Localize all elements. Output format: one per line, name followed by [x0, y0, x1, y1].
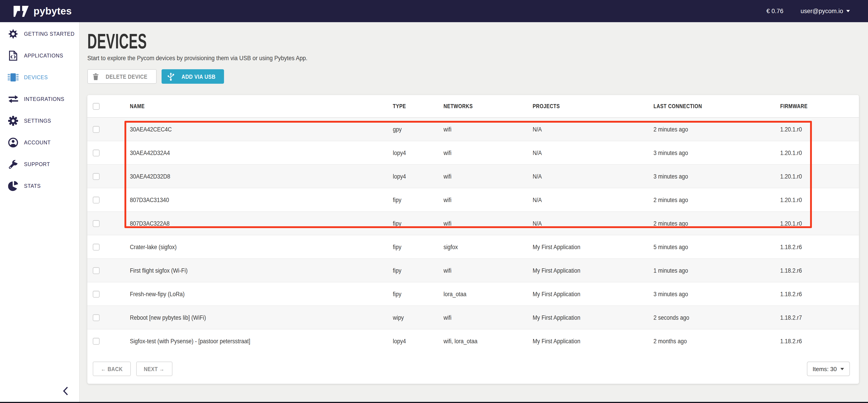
table-header-row: NAME TYPE NETWORKS PROJECTS LAST CONNECT…: [87, 95, 859, 118]
row-checkbox[interactable]: [93, 290, 99, 297]
row-checkbox[interactable]: [93, 244, 99, 250]
sidebar-item-settings[interactable]: SETTINGS: [0, 110, 79, 132]
delete-device-button[interactable]: DELETE DEVICE: [87, 69, 157, 84]
sidebar-item-label: ACCOUNT: [24, 140, 51, 146]
cell-firmware: 1.18.2.r6: [780, 338, 802, 344]
cell-firmware: 1.18.2.r6: [780, 290, 802, 297]
row-checkbox[interactable]: [93, 220, 99, 227]
device-row[interactable]: Fresh-new-fipy (LoRa) fipy lora_otaa My …: [87, 282, 859, 306]
column-header-name: NAME: [130, 103, 145, 109]
cell-type: fipy: [393, 220, 401, 227]
cell-projects: My First Application: [533, 267, 580, 274]
sidebar-item-applications[interactable]: APPLICATIONS: [0, 45, 79, 66]
cell-last-connection: 3 minutes ago: [653, 290, 688, 297]
cell-projects: My First Application: [533, 244, 580, 250]
sidebar-item-label: SUPPORT: [24, 161, 50, 167]
cell-projects: N/A: [533, 126, 542, 133]
next-button[interactable]: NEXT →: [136, 362, 173, 376]
column-header-last-connection: LAST CONNECTION: [653, 103, 702, 109]
page-title: DEVICES: [87, 31, 868, 51]
column-header-projects: PROJECTS: [533, 103, 560, 109]
add-via-usb-label: ADD VIA USB: [182, 73, 216, 80]
items-per-page-dropdown[interactable]: Items: 30: [807, 362, 850, 376]
cell-last-connection: 2 minutes ago: [653, 220, 688, 227]
sidebar-item-label: INTEGRATIONS: [24, 96, 64, 102]
account-balance[interactable]: € 0.76: [766, 8, 783, 14]
cell-type: lopy4: [393, 338, 406, 344]
sidebar-item-label: SETTINGS: [24, 118, 51, 124]
row-checkbox[interactable]: [93, 338, 99, 344]
device-row[interactable]: Reboot [new pybytes lib] (WiFi) wipy wif…: [87, 306, 859, 329]
sidebar-item-integrations[interactable]: INTEGRATIONS: [0, 88, 79, 110]
row-checkbox[interactable]: [93, 314, 99, 321]
device-row[interactable]: 807D3AC31340 fipy wifi N/A 2 minutes ago…: [87, 188, 859, 211]
sidebar-item-label: APPLICATIONS: [24, 53, 63, 59]
sidebar-item-getting-started[interactable]: GETTING STARTED: [0, 23, 79, 45]
row-checkbox[interactable]: [93, 126, 99, 133]
cell-type: fipy: [393, 290, 401, 297]
device-row[interactable]: 30AEA42D32D8 lopy4 wifi N/A 3 minutes ag…: [87, 164, 859, 188]
sidebar-item-account[interactable]: ACCOUNT: [0, 132, 79, 153]
trash-icon: [93, 73, 99, 80]
cell-name: 807D3AC31340: [130, 196, 169, 203]
cell-firmware: 1.18.2.r6: [780, 267, 802, 274]
cell-name: 30AEA42CEC4C: [130, 126, 172, 133]
device-row[interactable]: Sigfox-test (with Pysense) - [pastoor pe…: [87, 329, 859, 352]
column-header-type: TYPE: [393, 103, 406, 109]
cell-projects: N/A: [533, 173, 542, 180]
gear-icon: [8, 115, 19, 126]
cell-networks: lora_otaa: [443, 290, 466, 297]
cell-name: First flight sigfox (Wi-Fi): [130, 267, 188, 274]
cell-last-connection: 3 minutes ago: [653, 173, 688, 180]
device-row[interactable]: First flight sigfox (Wi-Fi) fipy wifi My…: [87, 258, 859, 282]
wrench-icon: [8, 159, 19, 170]
cell-type: lopy4: [393, 149, 406, 156]
back-button[interactable]: ← BACK: [93, 362, 131, 376]
user-circle-icon: [8, 137, 19, 148]
cell-networks: wifi: [443, 196, 452, 203]
cell-name: 30AEA42D32A4: [130, 149, 170, 156]
cell-type: fipy: [393, 196, 401, 203]
cell-firmware: 1.20.1.r0: [780, 149, 802, 156]
row-checkbox[interactable]: [93, 267, 99, 274]
cell-networks: sigfox: [443, 244, 458, 250]
cell-projects: N/A: [533, 220, 542, 227]
delete-device-label: DELETE DEVICE: [106, 73, 148, 80]
cell-last-connection: 2 months ago: [653, 338, 687, 344]
sun-icon: [8, 29, 19, 39]
cell-networks: wifi: [443, 126, 452, 133]
window-bottom-edge: [0, 402, 868, 403]
cell-last-connection: 3 minutes ago: [653, 149, 688, 156]
device-row[interactable]: 30AEA42D32A4 lopy4 wifi N/A 3 minutes ag…: [87, 141, 859, 164]
cell-projects: N/A: [533, 149, 542, 156]
app-window: pybytes € 0.76 user@pycom.io GETTING STA…: [0, 0, 868, 403]
row-checkbox[interactable]: [93, 149, 99, 156]
next-label: NEXT →: [144, 366, 164, 372]
cell-type: fipy: [393, 244, 401, 250]
cell-name: Sigfox-test (with Pysense) - [pastoor pe…: [130, 338, 250, 344]
user-menu[interactable]: user@pycom.io: [801, 8, 850, 14]
sidebar-item-stats[interactable]: STATS: [0, 175, 79, 197]
cell-firmware: 1.20.1.r0: [780, 173, 802, 180]
cell-last-connection: 5 minutes ago: [653, 244, 688, 250]
sidebar-collapse-button[interactable]: [62, 386, 71, 396]
cell-projects: My First Application: [533, 290, 580, 297]
sidebar-item-support[interactable]: SUPPORT: [0, 153, 79, 175]
select-all-checkbox[interactable]: [93, 103, 99, 110]
sidebar-item-devices[interactable]: DEVICES: [0, 66, 79, 88]
device-row[interactable]: Crater-lake (sigfox) fipy sigfox My Firs…: [87, 235, 859, 258]
row-checkbox[interactable]: [93, 173, 99, 180]
cell-last-connection: 1 minutes ago: [653, 267, 688, 274]
cell-name: Fresh-new-fipy (LoRa): [130, 290, 185, 297]
logo-text: pybytes: [33, 5, 72, 17]
pybytes-logo[interactable]: pybytes: [0, 5, 72, 17]
device-row[interactable]: 30AEA42CEC4C gpy wifi N/A 2 minutes ago …: [87, 118, 859, 141]
cell-networks: wifi, lora_otaa: [443, 338, 477, 344]
page-description: Start to explore the Pycom devices by pr…: [87, 55, 868, 62]
row-checkbox[interactable]: [93, 196, 99, 203]
toolbar: DELETE DEVICE ADD VIA USB: [87, 69, 868, 84]
device-row[interactable]: 807D3AC322A8 fipy wifi N/A 2 minutes ago…: [87, 211, 859, 235]
cell-last-connection: 2 minutes ago: [653, 196, 688, 203]
cell-firmware: 1.20.1.r0: [780, 220, 802, 227]
add-via-usb-button[interactable]: ADD VIA USB: [161, 69, 224, 84]
